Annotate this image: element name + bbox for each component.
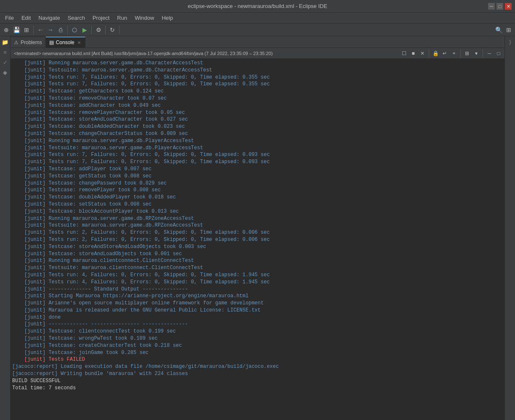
terminated-info: <terminated> newmarauroa build.xml [Ant … <box>12 51 399 56</box>
menu-help[interactable]: Help <box>158 14 176 22</box>
package-explorer-icon[interactable]: 📁 <box>1 38 9 46</box>
menu-navigate[interactable]: Navigate <box>35 14 63 22</box>
console-sep-2 <box>460 49 461 58</box>
tab-console[interactable]: ▤ Console ✕ <box>46 37 85 48</box>
console-line: [junit] Arianne's open source multiplaye… <box>12 300 503 307</box>
console-icon: ▤ <box>49 40 54 45</box>
main-layout: 📁 ≡ ✓ ◆ ⚠ Problems ▤ Console ✕ <terminat… <box>0 36 515 420</box>
menu-file[interactable]: File <box>2 14 17 22</box>
open-console-button[interactable]: ⊞ <box>463 49 471 58</box>
new-console-button[interactable]: + <box>450 49 458 58</box>
console-line: [junit] Tests run: 7, Failures: 0, Error… <box>12 151 503 158</box>
tab-problems-label: Problems <box>21 40 42 45</box>
console-sep-3 <box>483 49 483 58</box>
console-line: [junit] Testcase: addCharacter took 0.04… <box>12 102 503 109</box>
close-button[interactable]: ✕ <box>505 3 512 10</box>
open-perspective-button[interactable]: ⊞ <box>504 25 513 34</box>
maximize-button[interactable]: □ <box>496 3 503 10</box>
console-line: [jacoco:report] Loading execution data f… <box>12 363 503 370</box>
console-line: [junit] Running marauroa.clientconnect.C… <box>12 257 503 264</box>
menubar: File Edit Navigate Search Project Run Wi… <box>0 13 515 24</box>
console-line: [junit] Testcase: joinGame took 0.285 se… <box>12 349 503 357</box>
console-line: [junit] done <box>12 314 503 321</box>
console-line: [junit] Testcase: wrongPwTest took 0.109… <box>12 335 503 342</box>
console-line: [junit] Testcase: blockAccountPlayer too… <box>12 208 503 215</box>
ant-icon[interactable]: ◆ <box>1 68 9 77</box>
console-line: [junit] Testcase: removeCharacter took 0… <box>12 95 503 102</box>
run-button[interactable]: ▶ <box>80 25 89 34</box>
console-line: [junit] Tests run: 4, Failures: 0, Error… <box>12 272 503 279</box>
word-wrap-button[interactable]: ↵ <box>441 49 449 58</box>
console-line: [junit] Tests run: 7, Failures: 0, Error… <box>12 81 503 88</box>
toolbar-sep-4 <box>105 26 106 34</box>
external-tools-button[interactable]: ⚙ <box>94 25 103 34</box>
console-output[interactable]: [junit] Running marauroa.server.game.db.… <box>11 59 504 420</box>
toolbar: ⊕ 💾 ⊞ ← → ⎙ ⬡ ▶ ⚙ ↻ 🔍 ⊞ <box>0 24 515 36</box>
console-line: [junit] Testsuite: marauroa.clientconnec… <box>12 264 503 272</box>
center-panel: ⚠ Problems ▤ Console ✕ <terminated> newm… <box>11 36 504 420</box>
menu-edit[interactable]: Edit <box>18 14 34 22</box>
menu-window[interactable]: Window <box>131 14 157 22</box>
tab-bar: ⚠ Problems ▤ Console ✕ <box>11 36 504 48</box>
task-icon[interactable]: ✓ <box>1 58 9 66</box>
console-line: [junit] Starting Marauroa https://ariann… <box>12 293 503 300</box>
console-line: [junit] Testcase: removePlayer took 0.00… <box>12 187 503 194</box>
console-line: [junit] Tests FAILED <box>12 356 503 363</box>
tab-problems[interactable]: ⚠ Problems <box>11 37 46 48</box>
console-line: [junit] Tests run: 4, Failures: 0, Error… <box>12 279 503 286</box>
problems-icon: ⚠ <box>14 40 19 45</box>
console-line: [junit] Testcase: doubleAddedCharacter t… <box>12 123 503 130</box>
console-line: [junit] Tests run: 7, Failures: 0, Error… <box>12 74 503 81</box>
console-line: [junit] Testcase: createCharacterTest to… <box>12 342 503 349</box>
minimize-button[interactable]: ─ <box>488 3 495 10</box>
titlebar-title: eclipse-workspace - newmarauroa/build.xm… <box>188 3 327 9</box>
menu-project[interactable]: Project <box>89 14 113 22</box>
console-view-menu[interactable]: ▾ <box>472 49 480 58</box>
refresh-button[interactable]: ↻ <box>108 25 117 34</box>
console-line: [junit] Testcase: storeAndLoadObjects to… <box>12 251 503 258</box>
menu-run[interactable]: Run <box>114 14 130 22</box>
titlebar-controls: ─ □ ✕ <box>488 0 512 13</box>
clear-console-button[interactable]: ☐ <box>400 49 408 58</box>
console-line: [junit] Testcase: addPlayer took 0.007 s… <box>12 166 503 173</box>
back-button[interactable]: ← <box>36 25 45 34</box>
console-line: [junit] Running marauroa.server.game.db.… <box>12 137 503 145</box>
titlebar: eclipse-workspace - newmarauroa/build.xm… <box>0 0 515 13</box>
remove-launch-button[interactable]: ✕ <box>418 49 427 58</box>
print-button[interactable]: ⎙ <box>56 25 65 34</box>
toolbar-sep-1 <box>33 26 34 34</box>
save-button[interactable]: 💾 <box>12 25 21 34</box>
left-sidebar: 📁 ≡ ✓ ◆ <box>0 36 11 420</box>
right-icon-1[interactable]: ⟩ <box>506 38 514 46</box>
console-line: [junit] Testcase: getCharacters took 0.1… <box>12 88 503 95</box>
console-line: [junit] Marauroa is released under the G… <box>12 307 503 314</box>
console-sep-1 <box>429 49 429 58</box>
new-button[interactable]: ⊕ <box>2 25 11 34</box>
console-line: [junit] -------------- Standard Output -… <box>12 286 503 293</box>
console-line: [junit] Testcase: clientconnectTest took… <box>12 328 503 335</box>
console-line: [junit] Running marauroa.server.game.db.… <box>12 215 503 222</box>
right-sidebar: ⟩ <box>504 36 515 420</box>
console-line: [junit] ------------- ---------------- -… <box>12 321 503 328</box>
minimize-view-button[interactable]: ─ <box>485 49 494 58</box>
menu-search[interactable]: Search <box>64 14 88 22</box>
console-line: [junit] Testcase: doubleAddedPlayer took… <box>12 194 503 201</box>
console-line: [junit] Running marauroa.server.game.db.… <box>12 60 503 67</box>
save-all-button[interactable]: ⊞ <box>22 25 31 34</box>
search-button[interactable]: 🔍 <box>494 25 503 34</box>
maximize-view-button[interactable]: □ <box>494 49 503 58</box>
console-line: [junit] Testcase: removePlayerCharacter … <box>12 109 503 116</box>
console-line: [junit] Testcase: getStatus took 0.008 s… <box>12 173 503 180</box>
toolbar-sep-2 <box>67 26 68 34</box>
terminate-button[interactable]: ■ <box>409 49 417 58</box>
console-line: [junit] Testcase: setStatus took 0.008 s… <box>12 201 503 208</box>
forward-button[interactable]: → <box>46 25 55 34</box>
tab-close-icon[interactable]: ✕ <box>77 40 82 45</box>
console-line: [jacoco:report] Writing bundle 'marauroa… <box>12 370 503 378</box>
debug-button[interactable]: ⬡ <box>70 25 79 34</box>
outline-icon[interactable]: ≡ <box>1 48 9 56</box>
console-line: [junit] Testcase: storeAndStoreAndLoadOb… <box>12 243 503 251</box>
console-line: [junit] Testcase: changeCharacterStatus … <box>12 130 503 137</box>
scroll-lock-button[interactable]: 🔒 <box>431 49 440 58</box>
console-line: Total time: 7 seconds <box>12 385 503 392</box>
